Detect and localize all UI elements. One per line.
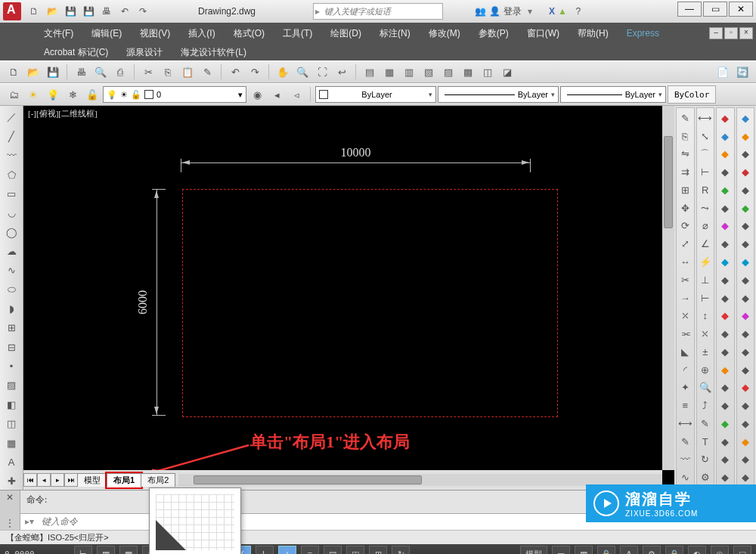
ext-b17-icon[interactable]: ◆ xyxy=(737,398,754,413)
ext-b16-icon[interactable]: ◆ xyxy=(737,379,754,395)
ext-b4-icon[interactable]: ◆ xyxy=(737,164,754,180)
status-quickview-icon[interactable]: ▦ xyxy=(575,546,593,554)
modify-array-icon[interactable]: ⊞ xyxy=(677,182,693,198)
ellipse-icon[interactable]: ⬭ xyxy=(2,281,20,298)
dim-continue-icon[interactable]: ⊢ xyxy=(697,290,714,306)
ext-b8-icon[interactable]: ◆ xyxy=(737,236,754,252)
ext-a14-icon[interactable]: ◆ xyxy=(717,344,733,360)
menu-hailong[interactable]: 海龙设计软件(L) xyxy=(172,45,256,60)
dim-inspect-icon[interactable]: 🔍 xyxy=(697,379,714,395)
menu-tools[interactable]: 工具(T) xyxy=(274,24,321,43)
dim-space-icon[interactable]: ↕ xyxy=(697,308,714,323)
menu-modify[interactable]: 修改(M) xyxy=(420,24,469,43)
status-clean-icon[interactable]: ▢ xyxy=(733,546,751,554)
command-close-icon[interactable]: ✕ xyxy=(6,492,14,503)
ext-b18-icon[interactable]: ◆ xyxy=(737,416,754,432)
ext-a5-icon[interactable]: ◆ xyxy=(717,182,733,198)
color-combo[interactable]: ByLayer ▾ xyxy=(315,86,436,103)
menu-edit[interactable]: 编辑(E) xyxy=(82,24,131,43)
menu-express[interactable]: Express xyxy=(618,25,668,42)
tool-pdf-icon[interactable]: 📄 xyxy=(714,63,732,81)
modify-move-icon[interactable]: ✥ xyxy=(677,200,693,216)
ext-a4-icon[interactable]: ◆ xyxy=(717,164,733,180)
status-qp-icon[interactable]: ◫ xyxy=(346,546,364,554)
ext-b20-icon[interactable]: ◆ xyxy=(737,452,754,468)
window-restore-button[interactable]: ▭ xyxy=(703,2,727,17)
tool-designcenter-icon[interactable]: ▦ xyxy=(380,63,398,81)
qat-saveas-icon[interactable]: 💾 xyxy=(80,3,97,20)
status-annoscale-icon[interactable]: 🔒 xyxy=(597,546,615,554)
status-layout-nav-icon[interactable]: ▭ xyxy=(552,546,570,554)
dim-break-icon[interactable]: ⤬ xyxy=(697,326,714,342)
table-icon[interactable]: ▦ xyxy=(2,435,20,451)
exchange-apps-icon[interactable]: ▲ xyxy=(558,6,567,17)
ext-a21-icon[interactable]: ◆ xyxy=(717,469,733,485)
tool-cut-icon[interactable]: ✂ xyxy=(139,63,157,81)
modify-pedit-icon[interactable]: 〰 xyxy=(677,452,693,468)
qat-save-icon[interactable]: 💾 xyxy=(62,3,79,20)
ext-a2-icon[interactable]: ◆ xyxy=(717,128,733,144)
line-icon[interactable]: ／ xyxy=(2,109,20,125)
signin-dropdown-icon[interactable]: ▾ xyxy=(528,6,532,17)
ext-a15-icon[interactable]: ◆ xyxy=(717,362,733,378)
ext-b19-icon[interactable]: ◆ xyxy=(737,434,754,450)
viewport-vertical-scrollbar[interactable] xyxy=(662,106,674,470)
ext-a13-icon[interactable]: ◆ xyxy=(717,326,733,342)
rectangle-icon[interactable]: ▭ xyxy=(2,185,20,202)
modify-chamfer-icon[interactable]: ◣ xyxy=(677,344,693,360)
help-search[interactable]: ▸ xyxy=(313,3,443,20)
dim-quick-icon[interactable]: ⚡ xyxy=(697,254,714,270)
dim-aligned-icon[interactable]: ⤡ xyxy=(697,128,714,144)
tool-copy-icon[interactable]: ⎘ xyxy=(159,63,177,81)
ext-a3-icon[interactable]: ◆ xyxy=(717,147,733,162)
signin-label[interactable]: 登录 xyxy=(503,5,522,18)
tool-zoom-icon[interactable]: 🔍 xyxy=(293,63,311,81)
construction-line-icon[interactable]: ╱ xyxy=(2,128,20,144)
tool-redo-icon[interactable]: ↷ xyxy=(246,63,264,81)
ext-a17-icon[interactable]: ◆ xyxy=(717,398,733,413)
ext-a9-icon[interactable]: ◆ xyxy=(717,254,733,270)
menu-parametric[interactable]: 参数(P) xyxy=(469,24,518,43)
status-toolbarlock-icon[interactable]: 🔒 xyxy=(665,546,683,554)
spline-icon[interactable]: ∿ xyxy=(2,262,20,279)
ext-b3-icon[interactable]: ◆ xyxy=(737,147,754,162)
dim-jogged-icon[interactable]: ⤳ xyxy=(697,200,714,216)
ext-b2-icon[interactable]: ◆ xyxy=(737,128,754,144)
ext-a10-icon[interactable]: ◆ xyxy=(717,272,733,288)
dim-style-icon[interactable]: ⚙ xyxy=(697,469,714,485)
ext-b14-icon[interactable]: ◆ xyxy=(737,344,754,360)
exchange-x-icon[interactable]: X xyxy=(549,6,555,17)
status-dyn-icon[interactable]: + xyxy=(278,546,296,554)
modify-mirror-icon[interactable]: ⇋ xyxy=(677,147,693,162)
ext-a7-icon[interactable]: ◆ xyxy=(717,218,733,234)
dim-radius-icon[interactable]: R xyxy=(697,182,714,198)
modify-copy-icon[interactable]: ⎘ xyxy=(677,128,693,144)
ext-b13-icon[interactable]: ◆ xyxy=(737,326,754,342)
qat-open-icon[interactable]: 📂 xyxy=(44,3,60,20)
mdi-close-button[interactable]: × xyxy=(739,27,753,39)
menu-help[interactable]: 帮助(H) xyxy=(569,24,618,43)
ext-a11-icon[interactable]: ◆ xyxy=(717,290,733,306)
dim-arc-icon[interactable]: ⌒ xyxy=(697,147,714,162)
dim-center-icon[interactable]: ⊕ xyxy=(697,362,714,378)
ext-b12-icon[interactable]: ◆ xyxy=(737,308,754,323)
tab-layout2[interactable]: 布局2 xyxy=(141,473,175,487)
polyline-icon[interactable]: 〰 xyxy=(2,147,20,164)
tool-undo-icon[interactable]: ↶ xyxy=(226,63,244,81)
layer-combo[interactable]: 💡 ☀ 🔓 0 ▾ xyxy=(103,86,246,103)
point-icon[interactable]: • xyxy=(2,357,20,374)
ellipse-arc-icon[interactable]: ◗ xyxy=(2,300,20,317)
qat-redo-icon[interactable]: ↷ xyxy=(135,3,151,20)
dim-linear-icon[interactable]: ⟷ xyxy=(697,110,714,126)
ext-a12-icon[interactable]: ◆ xyxy=(717,308,733,323)
revcloud-icon[interactable]: ☁ xyxy=(2,243,20,259)
ext-a20-icon[interactable]: ◆ xyxy=(717,452,733,468)
status-annovis-icon[interactable]: A xyxy=(620,546,638,554)
dim-edit-icon[interactable]: ✎ xyxy=(697,416,714,432)
window-close-button[interactable]: ✕ xyxy=(729,2,753,17)
make-block-icon[interactable]: ⊟ xyxy=(2,339,20,355)
help-search-input[interactable] xyxy=(321,7,442,16)
tool-sheetset-icon[interactable]: ▧ xyxy=(420,63,438,81)
dim-baseline-icon[interactable]: ⊥ xyxy=(697,272,714,288)
ext-b5-icon[interactable]: ◆ xyxy=(737,182,754,198)
